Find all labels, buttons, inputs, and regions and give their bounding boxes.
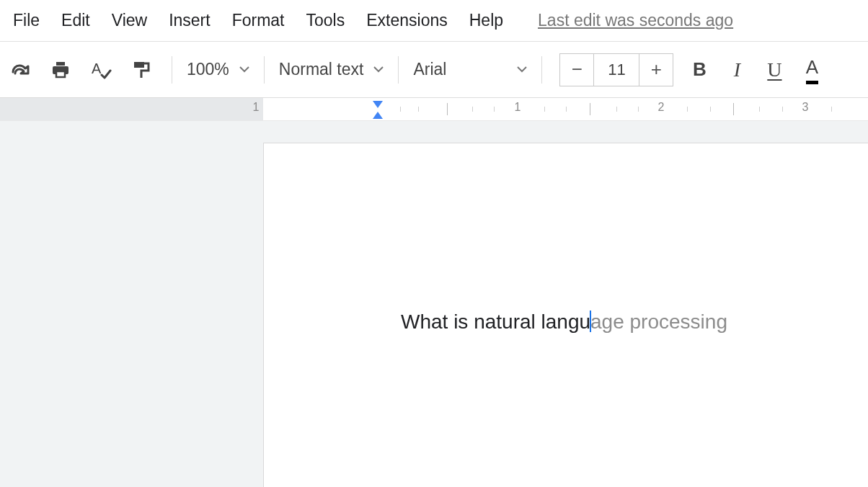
italic-button[interactable]: I bbox=[721, 53, 753, 86]
zoom-value: 100% bbox=[187, 60, 229, 79]
ruler-label: 1 bbox=[253, 101, 260, 114]
font-family-select[interactable]: Arial bbox=[409, 60, 531, 79]
toolbar: A 100% Normal text Arial bbox=[0, 42, 868, 98]
svg-rect-0 bbox=[56, 62, 65, 66]
font-size-increase-button[interactable]: + bbox=[639, 54, 673, 86]
menu-tools[interactable]: Tools bbox=[306, 11, 345, 30]
document-canvas: What is natural language processing bbox=[0, 121, 868, 487]
ruler-label: 1 bbox=[515, 101, 521, 114]
menu-format[interactable]: Format bbox=[232, 11, 285, 30]
menu-insert[interactable]: Insert bbox=[169, 11, 211, 30]
print-button[interactable] bbox=[45, 53, 76, 86]
font-family-value: Arial bbox=[413, 60, 446, 79]
spellcheck-button[interactable]: A bbox=[85, 53, 117, 86]
chevron-down-icon bbox=[517, 66, 527, 73]
spellcheck-icon: A bbox=[90, 61, 112, 79]
svg-rect-2 bbox=[56, 71, 65, 77]
document-text-line[interactable]: What is natural language processing bbox=[401, 310, 727, 334]
last-edit-link[interactable]: Last edit was seconds ago bbox=[538, 11, 733, 30]
document-page[interactable]: What is natural language processing bbox=[263, 143, 868, 487]
bold-button[interactable]: B bbox=[683, 53, 715, 86]
menu-help[interactable]: Help bbox=[469, 11, 503, 30]
toolbar-divider bbox=[398, 56, 399, 84]
autocomplete-suggestion: age processing bbox=[590, 310, 727, 333]
font-size-decrease-button[interactable]: − bbox=[560, 54, 593, 86]
minus-icon: − bbox=[572, 58, 583, 81]
menu-extensions[interactable]: Extensions bbox=[366, 11, 448, 30]
paragraph-style-value: Normal text bbox=[279, 60, 364, 79]
first-line-indent-marker[interactable] bbox=[371, 99, 384, 111]
ruler-label: 2 bbox=[658, 101, 665, 114]
underline-button[interactable]: U bbox=[758, 53, 790, 86]
text-color-icon: A bbox=[806, 56, 818, 83]
plus-icon: + bbox=[651, 58, 662, 81]
underline-icon: U bbox=[767, 58, 781, 81]
zoom-select[interactable]: 100% bbox=[182, 60, 254, 79]
font-size-input[interactable]: 11 bbox=[593, 54, 639, 86]
menu-edit[interactable]: Edit bbox=[61, 11, 90, 30]
toolbar-divider bbox=[172, 56, 172, 84]
toolbar-divider bbox=[264, 56, 265, 84]
svg-text:A: A bbox=[92, 61, 102, 76]
paint-format-button[interactable] bbox=[125, 53, 157, 86]
ruler-label: 3 bbox=[802, 101, 809, 114]
ruler[interactable]: 1 1 2 3 bbox=[0, 98, 868, 121]
menu-file[interactable]: File bbox=[13, 11, 40, 30]
redo-icon bbox=[10, 62, 30, 78]
chevron-down-icon bbox=[239, 66, 249, 73]
ruler-inner: 1 1 2 3 bbox=[263, 98, 868, 120]
paragraph-style-select[interactable]: Normal text bbox=[275, 60, 389, 79]
svg-rect-4 bbox=[134, 62, 144, 68]
font-size-control: − 11 + bbox=[559, 53, 673, 86]
redo-button[interactable] bbox=[4, 53, 36, 86]
paint-format-icon bbox=[131, 60, 151, 80]
typed-text: What is natural langu bbox=[401, 310, 590, 333]
left-indent-marker[interactable] bbox=[371, 110, 384, 121]
print-icon bbox=[50, 61, 71, 79]
text-color-button[interactable]: A bbox=[796, 53, 828, 86]
menubar: File Edit View Insert Format Tools Exten… bbox=[0, 0, 868, 42]
chevron-down-icon bbox=[373, 66, 384, 73]
toolbar-divider bbox=[541, 56, 542, 84]
menu-view[interactable]: View bbox=[112, 11, 147, 30]
